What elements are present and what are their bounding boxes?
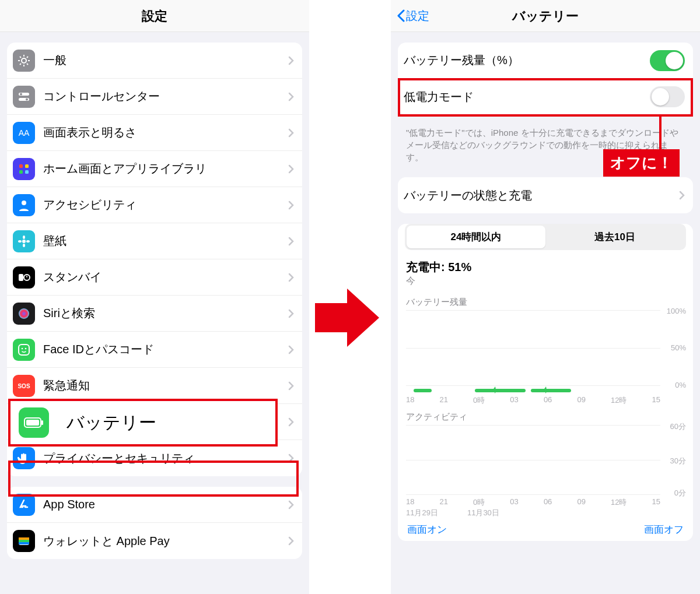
row-label: Siriと検索: [43, 305, 288, 321]
row-appstore[interactable]: App Store: [7, 487, 302, 523]
flower-icon: [13, 230, 35, 252]
callout-label: バッテリー: [66, 411, 156, 435]
row-label: Face IDとパスコード: [43, 342, 288, 357]
svg-point-0: [22, 58, 26, 63]
back-label: 設定: [406, 0, 429, 32]
svg-marker-44: [543, 386, 549, 393]
row-label: ウォレットと Apple Pay: [43, 533, 288, 549]
row-battery-health[interactable]: バッテリーの状態と充電: [398, 177, 693, 213]
svg-marker-42: [315, 289, 379, 347]
chevron-right-icon: [679, 191, 685, 200]
hand-icon: [13, 447, 35, 469]
svg-rect-28: [19, 345, 29, 355]
chevron-left-icon: [397, 9, 405, 22]
settings-header: 設定: [0, 0, 309, 32]
chevron-right-icon: [288, 417, 294, 427]
row-label: ホーム画面とアプリライブラリ: [43, 161, 288, 177]
chevron-right-icon: [288, 500, 294, 509]
svg-point-18: [22, 201, 26, 205]
chevron-right-icon: [288, 92, 294, 101]
row-wallpaper[interactable]: 壁紙: [7, 223, 302, 259]
back-button[interactable]: 設定: [397, 0, 429, 31]
chart1-title: バッテリー残量: [398, 291, 693, 310]
time-range-segmented[interactable]: 24時間以内 過去10日: [405, 224, 686, 250]
row-label: 画面表示と明るさ: [43, 125, 288, 140]
label-battery-health: バッテリーの状態と充電: [404, 188, 679, 203]
chevron-right-icon: [288, 273, 294, 282]
svg-rect-38: [19, 542, 29, 544]
svg-rect-16: [19, 170, 23, 174]
ylab: 60分: [670, 421, 686, 432]
activity-legend: 画面オン 画面オフ: [398, 518, 693, 536]
row-home[interactable]: ホーム画面とアプリライブラリ: [7, 151, 302, 187]
toggle-group: バッテリー残量（%） 低電力モード: [398, 43, 693, 115]
health-group: バッテリーの状態と充電: [398, 177, 693, 213]
svg-point-19: [22, 240, 26, 243]
battery-icon: [19, 407, 49, 438]
chevron-right-icon: [288, 454, 294, 463]
row-control-center[interactable]: コントロールセンター: [7, 79, 302, 115]
ylab: 50%: [671, 343, 686, 352]
svg-point-29: [22, 347, 23, 349]
svg-point-30: [25, 347, 27, 349]
chevron-right-icon: [288, 237, 294, 246]
svg-line-5: [20, 57, 21, 58]
legend-screen-off: 画面オフ: [644, 523, 684, 536]
svg-rect-24: [19, 274, 23, 281]
seg-24h[interactable]: 24時間以内: [407, 226, 545, 248]
chevron-right-icon: [288, 128, 294, 138]
svg-rect-14: [19, 164, 23, 168]
chevron-right-icon: [288, 381, 294, 391]
svg-point-27: [19, 308, 29, 319]
usage-card: 24時間以内 過去10日 充電中: 51% 今 バッテリー残量 100% 50%…: [398, 224, 693, 541]
badge-off: オフに！: [603, 149, 680, 177]
row-label: 緊急通知: [43, 378, 288, 393]
row-display[interactable]: AA画面表示と明るさ: [7, 115, 302, 151]
chart2-title: アクティビティ: [398, 406, 693, 425]
badge-connector: [659, 117, 662, 149]
row-label: 壁紙: [43, 233, 288, 249]
gear-icon: [13, 50, 35, 72]
settings-screen: 設定 一般コントロールセンターAA画面表示と明るさホーム画面とアプリライブラリア…: [0, 0, 309, 594]
row-standby[interactable]: スタンバイ: [7, 259, 302, 296]
legend-screen-on: 画面オン: [407, 523, 447, 536]
siri-icon: [13, 303, 35, 325]
svg-line-7: [20, 64, 21, 65]
row-battery-percentage[interactable]: バッテリー残量（%）: [398, 43, 693, 79]
svg-text:AA: AA: [19, 128, 30, 138]
row-label: コントロールセンター: [43, 89, 288, 104]
row-general[interactable]: 一般: [7, 43, 302, 79]
arrow-icon: [315, 286, 379, 352]
row-label: スタンバイ: [43, 269, 288, 285]
toggle-battery-percentage[interactable]: [650, 50, 685, 71]
ylab: 100%: [667, 307, 686, 315]
label-battery-percentage: バッテリー残量（%）: [404, 52, 650, 68]
row-low-power-mode[interactable]: 低電力モード: [398, 79, 693, 115]
row-wallet[interactable]: ウォレットと Apple Pay: [7, 523, 302, 559]
svg-rect-37: [19, 540, 29, 542]
seg-10d[interactable]: 過去10日: [545, 226, 684, 248]
sos-icon: SOS: [13, 375, 35, 397]
toggle-low-power-mode[interactable]: [650, 86, 685, 107]
svg-line-8: [27, 57, 28, 58]
svg-rect-17: [25, 170, 29, 174]
row-label: 一般: [43, 52, 288, 68]
svg-marker-43: [492, 386, 498, 393]
ylab: 30分: [670, 456, 686, 466]
battery-screen: 設定 バッテリー バッテリー残量（%） 低電力モード "低電力モード"では、iP…: [391, 0, 700, 594]
svg-text:SOS: SOS: [18, 383, 30, 389]
chevron-right-icon: [288, 201, 294, 210]
svg-line-6: [27, 64, 28, 65]
svg-point-22: [18, 240, 22, 242]
row-siri[interactable]: Siriと検索: [7, 296, 302, 332]
row-label: アクセシビリティ: [43, 197, 288, 213]
row-accessibility[interactable]: アクセシビリティ: [7, 187, 302, 223]
grid-icon: [13, 158, 35, 180]
row-faceid[interactable]: Face IDとパスコード: [7, 332, 302, 368]
svg-rect-41: [26, 420, 39, 426]
svg-point-23: [26, 240, 30, 242]
appstore-icon: [13, 494, 35, 516]
callout-battery-enlarged: バッテリー: [8, 399, 278, 447]
chart-xdates: 11月29日11月30日: [406, 508, 660, 518]
wallet-icon: [13, 530, 35, 552]
